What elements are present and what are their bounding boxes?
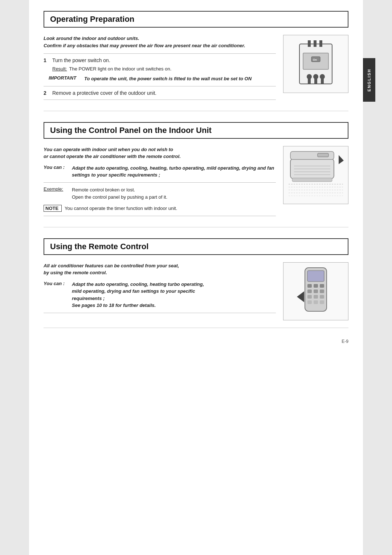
section-control-panel: Using the Control Panel on the Indoor Un… — [44, 122, 348, 227]
text-col-remote: All air conditioner features can be cont… — [44, 262, 276, 317]
section-body-operating: Look around the indoor and outdoor units… — [44, 35, 348, 104]
section-title-operating: Operating Preparation — [50, 15, 342, 24]
svg-rect-34 — [320, 289, 324, 293]
section-title-remote: Using the Remote Control — [50, 242, 342, 251]
svg-rect-1 — [308, 40, 311, 47]
important-label: IMPORTANT — [49, 75, 81, 81]
svg-rect-21 — [292, 178, 332, 182]
svg-marker-41 — [297, 291, 304, 302]
power-plug-svg: On — [290, 39, 341, 89]
step-1-text: Turn the power switch on. — [52, 57, 110, 63]
svg-rect-29 — [307, 284, 312, 288]
control-you-can: You can : Adapt the auto operating, cool… — [44, 165, 276, 179]
result-text: The POWER light on the indoor unit switc… — [69, 66, 171, 72]
divider-2 — [44, 86, 276, 86]
result-line: Result: The POWER light on the indoor un… — [52, 66, 276, 72]
svg-rect-3 — [319, 40, 322, 47]
example-line2: Open the control panel by pushing a part… — [72, 194, 167, 200]
svg-rect-39 — [314, 300, 318, 304]
control-intro-line2: or cannot operate the air conditioner wi… — [44, 154, 181, 159]
section-title-control: Using the Control Panel on the Indoor Un… — [50, 126, 342, 135]
svg-marker-20 — [339, 155, 344, 164]
svg-rect-32 — [307, 289, 312, 293]
ac-unit-image — [283, 146, 348, 204]
section-header-operating: Operating Preparation — [44, 11, 348, 28]
step-2-num: 2 — [44, 90, 49, 96]
remote-intro: All air conditioner features can be cont… — [44, 262, 276, 276]
divider-4 — [44, 182, 276, 183]
section-header-remote: Using the Remote Control — [44, 238, 348, 255]
section-remote-control: Using the Remote Control All air conditi… — [44, 238, 348, 328]
control-you-can-label: You can : — [44, 165, 69, 170]
operating-intro-italic: Confirm if any obstacles that may preven… — [44, 43, 245, 48]
remote-you-can-text: Adapt the auto operating, cooling, heati… — [72, 281, 204, 309]
note-text: You cannot operate the timer function wi… — [65, 205, 177, 212]
svg-rect-28 — [307, 271, 324, 281]
divider-5 — [44, 216, 276, 216]
language-label: ENGLISH — [367, 69, 371, 92]
svg-rect-10 — [308, 78, 311, 84]
remote-control-svg — [287, 264, 345, 319]
note-label: NOTE — [44, 205, 62, 212]
image-col-remote — [283, 262, 348, 320]
svg-text:On: On — [313, 58, 317, 61]
step-1: 1 Turn the power switch on. — [44, 57, 276, 63]
important-block: IMPORTANT To operate the unit, the power… — [49, 75, 276, 82]
example-label: Exemple: — [44, 186, 69, 192]
section-body-control: You can operate with indoor unit when yo… — [44, 146, 348, 220]
svg-rect-33 — [314, 289, 318, 293]
operating-intro: Look around the indoor and outdoor units… — [44, 35, 276, 49]
section-body-remote: All air conditioner features can be cont… — [44, 262, 348, 320]
example-block: Exemple: Remote control broken or lost. … — [44, 186, 276, 202]
svg-rect-19 — [318, 153, 328, 157]
svg-rect-11 — [314, 78, 317, 84]
svg-rect-31 — [320, 284, 324, 288]
image-col-operating: On — [283, 35, 348, 93]
svg-rect-12 — [321, 78, 324, 84]
section-operating-preparation: Operating Preparation Look around the in… — [44, 11, 348, 111]
svg-rect-38 — [307, 300, 312, 304]
divider-6 — [44, 313, 276, 313]
remote-you-can: You can : Adapt the auto operating, cool… — [44, 281, 276, 309]
section-header-control: Using the Control Panel on the Indoor Un… — [44, 122, 348, 139]
language-tab: ENGLISH — [363, 58, 375, 102]
svg-rect-36 — [314, 295, 318, 299]
remote-image — [283, 262, 348, 320]
remote-line4: See pages 10 to 18 for further details. — [72, 303, 156, 308]
remote-line1: Adapt the auto operating, cooling, heati… — [72, 281, 204, 287]
example-line1: Remote control broken or lost. — [72, 187, 135, 193]
remote-intro-line1: All air conditioner features can be cont… — [44, 263, 179, 268]
control-intro-line1: You can operate with indoor unit when yo… — [44, 147, 173, 152]
control-intro: You can operate with indoor unit when yo… — [44, 146, 276, 160]
svg-rect-35 — [307, 295, 312, 299]
result-label: Result: — [52, 66, 67, 72]
svg-rect-37 — [320, 295, 324, 299]
power-plug-image: On — [283, 35, 348, 93]
step-2-text: Remove a protective cover of the outdoor… — [52, 90, 156, 96]
divider-1 — [44, 53, 276, 54]
important-text: To operate the unit, the power switch is… — [84, 75, 252, 82]
ac-unit-svg — [285, 148, 347, 202]
remote-line2: mild operating, drying and fan settings … — [72, 288, 195, 294]
example-text: Remote control broken or lost. Open the … — [72, 186, 167, 202]
svg-rect-2 — [314, 40, 317, 47]
remote-you-can-label: You can : — [44, 281, 69, 286]
text-col-operating: Look around the indoor and outdoor units… — [44, 35, 276, 104]
remote-intro-line2: by using the remote control. — [44, 270, 107, 275]
svg-rect-40 — [320, 300, 324, 304]
step-2: 2 Remove a protective cover of the outdo… — [44, 90, 276, 96]
note-block: NOTE You cannot operate the timer functi… — [44, 205, 276, 212]
control-you-can-text: Adapt the auto operating, cooling, heati… — [72, 165, 276, 179]
text-col-control: You can operate with indoor unit when yo… — [44, 146, 276, 220]
image-col-control — [283, 146, 348, 204]
operating-intro-bold: Look around the indoor and outdoor units… — [44, 36, 139, 41]
remote-line3: requirements ; — [72, 296, 105, 301]
svg-rect-30 — [314, 284, 318, 288]
page-number: E-9 — [44, 339, 348, 344]
divider-3 — [44, 100, 276, 100]
step-1-num: 1 — [44, 57, 49, 63]
